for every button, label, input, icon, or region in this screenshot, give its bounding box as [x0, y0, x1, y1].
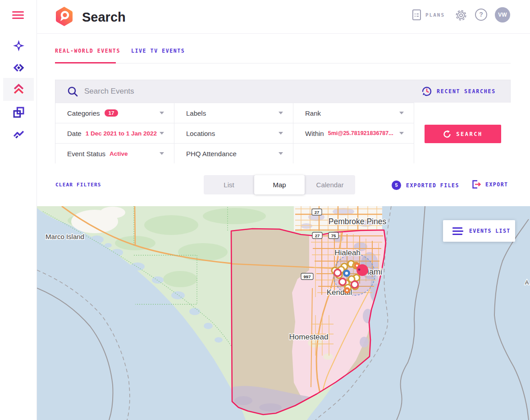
label-marco-island: Marco Island — [46, 233, 84, 240]
categories-count-badge: 17 — [105, 109, 119, 117]
road-shield: 75 — [331, 233, 336, 238]
list-icon — [452, 227, 463, 235]
avatar[interactable]: VW — [495, 7, 510, 23]
overlapping-windows-icon[interactable] — [13, 106, 25, 118]
chevron-down-icon — [160, 112, 164, 114]
exported-files-button[interactable]: 5 EXPORTED FILES — [392, 181, 459, 190]
sidebar — [0, 0, 37, 420]
help-icon[interactable]: ? — [475, 9, 487, 21]
chevron-down-icon — [160, 132, 164, 135]
sparkle-icon[interactable] — [13, 40, 25, 52]
road-shield: 27 — [315, 210, 320, 215]
search-action-column: SEARCH — [414, 103, 511, 163]
map[interactable]: 27 27 75 997 Marco Island Pembroke Pines… — [37, 206, 530, 420]
clear-filters-button[interactable]: CLEAR FILTERS — [55, 182, 101, 188]
menu-icon[interactable] — [12, 11, 24, 19]
event-marker[interactable] — [334, 270, 341, 276]
filter-rank[interactable]: Rank — [293, 103, 414, 123]
chevron-down-icon — [160, 152, 164, 155]
page-title: Search — [82, 8, 126, 27]
double-chevron-up-icon[interactable] — [13, 83, 25, 95]
page-root: Search PLANS ? VW REAL-WORLD EVENTS LIVE… — [0, 0, 530, 420]
code-diamond-icon[interactable] — [13, 62, 25, 74]
sync-icon — [443, 130, 451, 138]
tab-live-tv-events[interactable]: LIVE TV EVENTS — [131, 48, 185, 54]
view-calendar[interactable]: Calendar — [305, 175, 355, 194]
label-pembroke-pines: Pembroke Pines — [329, 217, 387, 226]
filter-date[interactable]: Date 1 Dec 2021 to 1 Jan 2022 — [55, 123, 174, 143]
plans-label: PLANS — [425, 12, 445, 18]
recent-searches-label: RECENT SEARCHES — [437, 88, 496, 95]
document-icon — [412, 9, 421, 21]
exported-count-badge: 5 — [392, 181, 401, 190]
export-button[interactable]: EXPORT — [471, 180, 508, 189]
label-homestead: Homestead — [289, 333, 329, 341]
activity-zigzag-icon[interactable] — [13, 128, 25, 140]
filter-grid: Categories 17 Labels Rank Date 1 Dec 202… — [55, 103, 414, 163]
export-icon — [471, 180, 482, 189]
recent-searches-button[interactable]: RECENT SEARCHES — [421, 86, 496, 97]
active-tab-underline — [55, 62, 116, 63]
event-marker[interactable] — [356, 265, 358, 266]
view-map[interactable]: Map — [254, 175, 305, 194]
label-edge-cutoff: A — [525, 279, 529, 286]
filter-locations[interactable]: Locations — [174, 123, 293, 143]
event-marker[interactable] — [339, 279, 346, 285]
filter-empty-cell — [293, 143, 414, 163]
view-toggle: List Map Calendar — [204, 175, 355, 194]
tab-real-world-events[interactable]: REAL-WORLD EVENTS — [55, 48, 120, 54]
view-list[interactable]: List — [204, 175, 254, 194]
event-marker[interactable] — [352, 281, 358, 288]
app-header: Search PLANS ? VW — [37, 0, 530, 34]
highway-29 — [135, 206, 135, 245]
gear-icon[interactable] — [454, 9, 468, 22]
chevron-down-icon — [279, 112, 283, 114]
filter-within[interactable]: Within 5mi@25.781921836787... — [293, 123, 414, 143]
road-shield: 997 — [304, 274, 311, 279]
search-row: RECENT SEARCHES — [55, 80, 510, 103]
road-shield: 27 — [315, 233, 320, 238]
search-panel: RECENT SEARCHES Categories 17 Labels Ran… — [55, 80, 511, 163]
predicthq-logo[interactable] — [55, 6, 73, 27]
search-button[interactable]: SEARCH — [425, 125, 501, 143]
chevron-down-icon — [399, 112, 404, 114]
chevron-down-icon — [279, 152, 283, 155]
plans-button[interactable]: PLANS — [412, 9, 445, 21]
label-hialeah: Hialeah — [334, 248, 361, 257]
chevron-down-icon — [399, 132, 404, 135]
filter-event-status[interactable]: Event Status Active — [55, 143, 174, 163]
search-icon — [67, 86, 78, 97]
filter-categories[interactable]: Categories 17 — [55, 103, 174, 123]
event-marker[interactable] — [358, 269, 361, 271]
tab-divider — [55, 63, 511, 63]
filter-phq-attendance[interactable]: PHQ Attendance — [174, 143, 293, 163]
filter-labels[interactable]: Labels — [174, 103, 293, 123]
event-marker[interactable] — [345, 272, 348, 275]
events-list-button[interactable]: EVENTS LIST — [443, 220, 515, 242]
chevron-down-icon — [279, 132, 283, 135]
history-clock-icon — [421, 86, 432, 97]
search-input[interactable] — [83, 85, 327, 98]
event-marker[interactable] — [346, 289, 348, 291]
